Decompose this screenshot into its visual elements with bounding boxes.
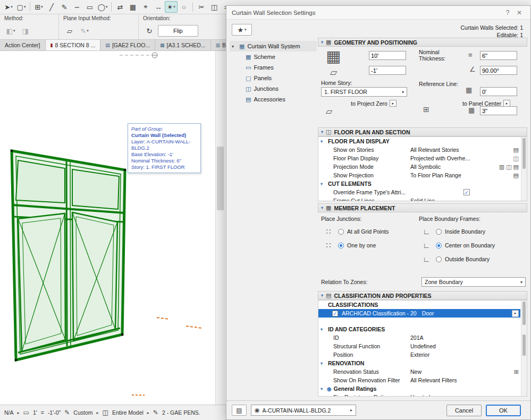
model-filter-icon[interactable]: ◫ <box>103 409 108 416</box>
expander-icon[interactable]: ▾ <box>321 327 326 332</box>
tab-floorplan[interactable]: ▤ [GAE2 FLOO... <box>100 40 155 50</box>
plane-a-icon[interactable]: ▱ <box>63 25 76 37</box>
classification-selected-row[interactable]: ✓ ARCHICAD Classification - 20 Door ▸ <box>318 309 520 318</box>
radio-button[interactable] <box>436 229 442 235</box>
thickness-input[interactable] <box>480 51 517 60</box>
ellipse-tool-icon[interactable]: ○ <box>178 1 190 13</box>
member-panel-header[interactable]: ▾ ▦ MEMBER PLACEMENT <box>318 203 527 212</box>
radio-button[interactable] <box>338 229 344 235</box>
floorplan-scrollbar[interactable] <box>521 137 527 201</box>
radio-inside-boundary[interactable]: ∟ Inside Boundary <box>420 227 485 236</box>
subgroup-renovation[interactable]: ▾ RENOVATION <box>318 359 520 367</box>
floorplan-panel-header[interactable]: ▾ ◫ FLOOR PLAN AND SECTION <box>318 127 527 136</box>
property-row-override-frame[interactable]: Override Frame Type's Attri... ✓ <box>318 188 520 196</box>
tree-item-scheme[interactable]: ▦ Scheme <box>230 52 317 62</box>
classification-scrollbar[interactable] <box>521 301 527 396</box>
property-row-floor-plan-display[interactable]: Floor Plan Display Projected with Overhe… <box>318 154 520 162</box>
tab-schedule[interactable]: ▦ [A3.1 SCHED... <box>155 40 210 50</box>
classification-panel-header[interactable]: ▾ ▤ CLASSIFICATION AND PROPERTIES <box>318 291 527 300</box>
property-row-show-projection[interactable]: Show Projection To Floor Plan Range ▤ <box>318 171 520 179</box>
layer-selector[interactable]: ◉ A-CURTAIN-WALL-BLDG.2 ▸ <box>251 405 356 416</box>
expander-icon[interactable]: ▾ <box>321 361 326 366</box>
to-project-zero-button[interactable]: to Project Zero ▸ <box>351 100 397 107</box>
subgroup-id-categories[interactable]: ▾ ID AND CATEGORIES <box>318 325 520 333</box>
classification-checkbox[interactable]: ✓ <box>332 311 338 316</box>
property-row-renovation-filter[interactable]: Show On Renovation Filter All Relevant F… <box>318 376 520 384</box>
flip-button[interactable]: Flip <box>158 25 198 37</box>
pane-set-icon[interactable]: ▭ <box>23 409 29 416</box>
pen-set[interactable]: 2 - GAE PENS. <box>162 409 200 416</box>
tab-action-center[interactable]: Action Center] <box>0 40 46 50</box>
subgroup-general-ratings[interactable]: ▾ ◉ General Ratings <box>318 384 520 393</box>
curtain-wall-drawing[interactable] <box>0 51 226 405</box>
tree-item-panels[interactable]: ▢ Panels <box>230 73 317 83</box>
cancel-button[interactable]: Cancel <box>446 405 482 416</box>
override-checkbox[interactable]: ✓ <box>463 189 470 195</box>
close-button[interactable]: ✕ <box>513 7 525 18</box>
property-row-renovation-status[interactable]: Renovation Status New ⊞ <box>318 367 520 376</box>
canvas-scrollbar[interactable] <box>215 51 225 405</box>
tab-section[interactable]: ▮ 8 SECTION 8 ... <box>46 40 101 50</box>
expander-icon[interactable]: ▾ <box>321 139 326 144</box>
selection-handle[interactable] <box>124 169 126 171</box>
select-arrow-icon[interactable]: ➤▾ <box>2 1 15 13</box>
selection-handle[interactable] <box>15 359 17 361</box>
model-filter[interactable]: Entire Model <box>112 409 144 416</box>
radio-button[interactable] <box>338 243 344 248</box>
marquee-icon[interactable]: ▢▾ <box>15 1 28 13</box>
pen-set-icon[interactable]: ✎ <box>153 409 158 416</box>
angle-input[interactable] <box>480 66 517 75</box>
circle-tool-icon[interactable]: ◯▾ <box>96 1 109 13</box>
property-row-id[interactable]: ID 201A <box>318 333 520 342</box>
rectangle-tool-icon[interactable]: ▭ <box>83 1 96 13</box>
radio-center-on-boundary[interactable]: ∟ Center on Boundary <box>420 241 495 250</box>
expander-icon[interactable]: ▾ <box>321 387 326 391</box>
scrollbar-thumb[interactable] <box>217 147 224 210</box>
property-row-show-on-stories[interactable]: Show on Stories All Relevant Stories ▤ <box>318 145 520 154</box>
property-row-position[interactable]: Position Exterior <box>318 350 520 359</box>
grid-snap-icon[interactable]: ⊞▾ <box>32 1 45 13</box>
tree-item-curtain-wall-system[interactable]: ▾ ▦ Curtain Wall System <box>230 41 317 52</box>
property-row-structural-function[interactable]: Structural Function Undefined <box>318 342 520 350</box>
method-b-icon[interactable]: ◨ <box>19 25 32 37</box>
radio-button[interactable] <box>436 256 442 262</box>
scale-paper[interactable]: -1'-0" <box>48 409 61 416</box>
scrollbar-thumb[interactable] <box>522 138 526 169</box>
ok-button[interactable]: OK <box>486 405 521 416</box>
layer-settings-button[interactable]: ▤ <box>232 405 247 416</box>
scrollbar-thumb[interactable] <box>522 302 526 325</box>
geometry-panel-header[interactable]: ▾ ▦ GEOMETRY AND POSITIONING <box>318 38 527 47</box>
method-a-icon[interactable]: ◧▾ <box>4 25 17 37</box>
selection-handle[interactable] <box>121 333 123 336</box>
tree-item-junctions[interactable]: ◫ Junctions <box>230 83 317 94</box>
scrollbar-thumb[interactable] <box>522 335 526 356</box>
magic-wand-icon[interactable]: ✶▾ <box>165 1 178 13</box>
transform-icon[interactable]: ⇄ <box>114 1 127 13</box>
subgroup-cut-elements[interactable]: ▾ CUT ELEMENTS <box>318 179 520 188</box>
plane-b-icon[interactable]: ✎▾ <box>78 25 91 37</box>
pen-tool-icon[interactable]: ✎ <box>58 1 71 13</box>
panel-offset-input[interactable] <box>480 106 517 115</box>
relation-to-zones-select[interactable]: Zone Boundary ▾ <box>422 277 526 287</box>
height-input[interactable] <box>369 51 406 60</box>
scissors-icon[interactable]: ✂ <box>195 1 208 13</box>
reference-offset-input[interactable] <box>480 87 517 96</box>
property-row-fire-resistance[interactable]: Fire Resistance Rating Unrated <box>318 393 520 397</box>
guide-line-icon[interactable]: ╱ <box>45 1 58 13</box>
dimension-icon[interactable]: ↔ <box>152 1 165 13</box>
radio-outside-boundary[interactable]: ∟ Outside Boundary <box>420 255 490 263</box>
split-icon[interactable]: ◫ <box>208 1 221 13</box>
subgroup-floor-plan-display[interactable]: ▾ FLOOR PLAN DISPLAY <box>318 137 520 145</box>
tree-item-frames[interactable]: ▭ Frames <box>230 62 317 73</box>
favorites-button[interactable]: ★ ▾ <box>232 24 252 36</box>
radio-button[interactable] <box>436 243 442 248</box>
drawing-canvas[interactable] <box>0 51 226 405</box>
expander-icon[interactable]: ▾ <box>232 44 237 49</box>
classification-picker-button[interactable]: ▸ <box>512 310 519 317</box>
radio-one-by-one[interactable]: ∷ One by one <box>322 241 376 250</box>
tree-item-accessories[interactable]: ▤ Accessories <box>230 94 317 105</box>
help-button[interactable]: ? <box>502 7 513 18</box>
scale-drawing[interactable]: 1' <box>33 409 37 416</box>
coordinate-icon[interactable]: ⌖ <box>139 1 152 13</box>
base-offset-input[interactable] <box>369 66 406 75</box>
